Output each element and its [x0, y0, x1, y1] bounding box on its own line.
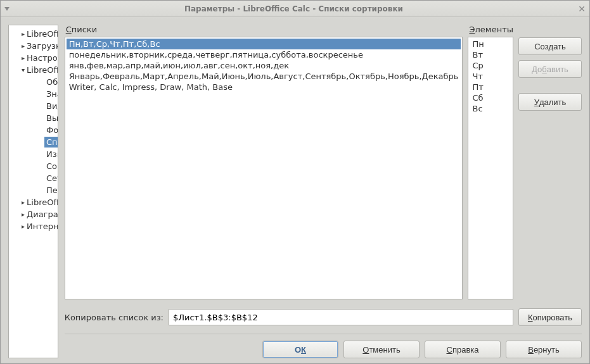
list-item[interactable]: понедельник,вторник,среда,четверг,пятниц…	[67, 49, 461, 60]
delete-button[interactable]: Удалить	[518, 93, 582, 111]
tree-item-label: Сетка	[44, 173, 58, 184]
tree-item[interactable]: Совместимость	[9, 160, 58, 172]
close-icon[interactable]: ✕	[574, 4, 589, 14]
window-title: Параметры - LibreOffice Calc - Списки со…	[13, 4, 574, 13]
list-item[interactable]: Январь,Февраль,Март,Апрель,Май,Июнь,Июль…	[67, 71, 461, 82]
tree-item[interactable]: Изменения	[9, 148, 58, 160]
tree-item[interactable]: Списки сортировки	[9, 136, 58, 148]
element-item[interactable]: Пн	[470, 39, 511, 49]
tree-item-label: Общие	[44, 77, 58, 87]
tree-item[interactable]: ▸LibreOffice Base	[9, 196, 58, 208]
tree-item[interactable]: Вид	[9, 100, 58, 112]
tree-item-label: Диаграммы	[25, 209, 58, 220]
tree-item-label: Загрузка/сохранение	[25, 41, 58, 51]
add-button: Добавить	[518, 60, 582, 78]
tree-item-label: Настройки языка	[25, 53, 58, 63]
tree-item[interactable]: ▸Диаграммы	[9, 208, 58, 220]
tree-item-label: Вычисления	[44, 113, 58, 123]
tree-item[interactable]: Печать	[9, 184, 58, 196]
tree-item[interactable]: ▾LibreOffice Calc	[9, 64, 58, 76]
element-item[interactable]: Ср	[470, 60, 511, 71]
tree-item[interactable]: ▸Загрузка/сохранение	[9, 40, 58, 52]
list-item[interactable]: янв,фев,мар,апр,май,июн,июл,авг,сен,окт,…	[67, 60, 461, 71]
tree-item[interactable]: Общие	[9, 76, 58, 88]
tree-item-label: Изменения	[44, 149, 58, 160]
element-item[interactable]: Сб	[470, 92, 511, 103]
tree-item[interactable]: ▸Настройки языка	[9, 52, 58, 64]
titlebar: Параметры - LibreOffice Calc - Списки со…	[1, 1, 589, 17]
tree-item[interactable]: ▸LibreOffice	[9, 28, 58, 40]
window-menu-icon[interactable]	[1, 7, 13, 11]
help-button[interactable]: Справка	[425, 341, 501, 358]
tree-item-label: LibreOffice	[25, 28, 58, 39]
tree-item-label: Интернет	[25, 221, 58, 232]
tree-item[interactable]: ▸Интернет	[9, 220, 58, 232]
list-item[interactable]: Пн,Вт,Ср,Чт,Пт,Сб,Вс	[67, 39, 461, 49]
element-item[interactable]: Вт	[470, 49, 511, 60]
tree-item-label: LibreOffice Calc	[25, 65, 58, 75]
copy-from-input[interactable]	[169, 309, 513, 325]
element-item[interactable]: Чт	[470, 71, 511, 82]
tree-item[interactable]: Формула	[9, 124, 58, 136]
revert-button[interactable]: Вернуть	[506, 341, 582, 358]
tree-item-label: LibreOffice Base	[25, 197, 58, 208]
element-item[interactable]: Вс	[470, 103, 511, 114]
elements-listbox[interactable]: ПнВтСрЧтПтСбВс	[468, 37, 513, 299]
tree-item[interactable]: Значения по умолчанию	[9, 88, 58, 100]
tree-item-label: Списки сортировки	[44, 137, 58, 147]
tree-item-label: Формула	[44, 125, 58, 135]
elements-column-label: Элементы	[468, 25, 513, 34]
tree-item-label: Печать	[44, 185, 58, 196]
copy-button[interactable]: Копировать	[518, 308, 582, 326]
tree-item-label: Совместимость	[44, 161, 58, 172]
list-item[interactable]: Writer, Calc, Impress, Draw, Math, Base	[67, 82, 461, 92]
cancel-button[interactable]: Отменить	[343, 341, 420, 358]
tree-item[interactable]: Вычисления	[9, 112, 58, 124]
tree-item-label: Вид	[44, 101, 58, 111]
element-item[interactable]: Пт	[470, 82, 511, 92]
options-tree[interactable]: ▸LibreOffice▸Загрузка/сохранение▸Настрой…	[8, 25, 58, 358]
tree-item-label: Значения по умолчанию	[44, 89, 58, 99]
sort-lists-listbox[interactable]: Пн,Вт,Ср,Чт,Пт,Сб,Вспонедельник,вторник,…	[65, 37, 463, 299]
copy-from-label: Копировать список из:	[65, 313, 164, 322]
lists-column-label: Списки	[65, 25, 463, 34]
create-button[interactable]: Создать	[518, 37, 582, 55]
tree-item[interactable]: Сетка	[9, 172, 58, 184]
ok-button[interactable]: ОК	[262, 341, 338, 358]
